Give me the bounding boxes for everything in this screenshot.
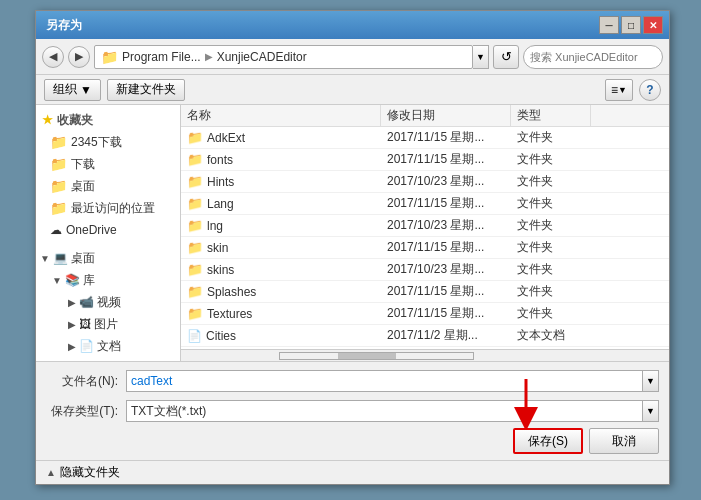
sidebar-desktop2-label: 桌面 xyxy=(71,250,95,267)
folder-icon: 📁 xyxy=(187,174,203,189)
star-icon: ★ xyxy=(42,113,53,127)
sidebar-item-downloads[interactable]: 📁 下载 xyxy=(44,153,180,175)
folder-icon: 📁 xyxy=(187,262,203,277)
view-button[interactable]: ≡ ▼ xyxy=(605,79,633,101)
sidebar: ★ 收藏夹 📁 2345下载 📁 下载 📁 桌面 📁 最近访问 xyxy=(36,105,181,361)
file-row[interactable]: 📁AdkExt 2017/11/15 星期... 文件夹 xyxy=(181,127,669,149)
folder-icon-recent: 📁 xyxy=(50,200,67,216)
sidebar-onedrive-label: OneDrive xyxy=(66,223,117,237)
navigation-toolbar: ◀ ▶ 📁 Program File... ▶ XunjieCADEditor … xyxy=(36,39,669,75)
content-area: ★ 收藏夹 📁 2345下载 📁 下载 📁 桌面 📁 最近访问 xyxy=(36,105,669,361)
sidebar-docs-label: 文档 xyxy=(97,338,121,355)
filename-row: 文件名(N): ▼ xyxy=(46,368,659,394)
view-icon: ≡ xyxy=(611,83,618,97)
close-button[interactable]: ✕ xyxy=(643,16,663,34)
header-date[interactable]: 修改日期 xyxy=(381,105,511,126)
filename-dropdown[interactable]: ▼ xyxy=(643,370,659,392)
maximize-button[interactable]: □ xyxy=(621,16,641,34)
title-controls: ─ □ ✕ xyxy=(599,16,663,34)
sidebar-library-label: 库 xyxy=(83,272,95,289)
organize-button[interactable]: 组织 ▼ xyxy=(44,79,101,101)
forward-button[interactable]: ▶ xyxy=(68,46,90,68)
minimize-button[interactable]: ─ xyxy=(599,16,619,34)
sidebar-item-video[interactable]: ▶ 📹 视频 xyxy=(64,291,180,313)
file-row[interactable]: 📁Hints 2017/10/23 星期... 文件夹 xyxy=(181,171,669,193)
file-row[interactable]: 📁Textures 2017/11/15 星期... 文件夹 xyxy=(181,303,669,325)
organize-label: 组织 xyxy=(53,81,77,98)
search-input[interactable] xyxy=(524,51,663,63)
docs-icon: 📄 xyxy=(79,339,94,353)
folder-icon: 📁 xyxy=(187,218,203,233)
splashes-label: Splashes xyxy=(207,285,256,299)
path-part-1: Program File... xyxy=(122,50,201,64)
secondary-toolbar: 组织 ▼ 新建文件夹 ≡ ▼ ? xyxy=(36,75,669,105)
file-row[interactable]: 📁lng 2017/10/23 星期... 文件夹 xyxy=(181,215,669,237)
view-arrow: ▼ xyxy=(618,85,627,95)
sidebar-item-desktop1[interactable]: 📁 桌面 xyxy=(44,175,180,197)
sidebar-item-2345[interactable]: 📁 2345下载 xyxy=(44,131,180,153)
path-bar[interactable]: 📁 Program File... ▶ XunjieCADEditor xyxy=(94,45,473,69)
header-type[interactable]: 类型 xyxy=(511,105,591,126)
folder-icon-2345: 📁 xyxy=(50,134,67,150)
organize-arrow: ▼ xyxy=(80,83,92,97)
doc-icon: 📄 xyxy=(187,329,202,343)
file-row[interactable]: 📁skins 2017/10/23 星期... 文件夹 xyxy=(181,259,669,281)
file-row[interactable]: 📁skin 2017/11/15 星期... 文件夹 xyxy=(181,237,669,259)
path-part-2: XunjieCADEditor xyxy=(217,50,307,64)
sidebar-library-subtree: ▶ 📹 视频 ▶ 🖼 图片 ▶ 📄 文档 xyxy=(48,291,180,357)
cloud-icon: ☁ xyxy=(50,223,62,237)
file-row[interactable]: 📁Lang 2017/11/15 星期... 文件夹 xyxy=(181,193,669,215)
folder-icon: 📁 xyxy=(101,49,118,65)
save-button[interactable]: 保存(S) xyxy=(513,428,583,454)
sidebar-video-label: 视频 xyxy=(97,294,121,311)
sidebar-item-recent[interactable]: 📁 最近访问的位置 xyxy=(44,197,180,219)
file-list: 名称 修改日期 类型 📁AdkExt 2017/11/15 星期... 文件夹 … xyxy=(181,105,669,349)
new-folder-button[interactable]: 新建文件夹 xyxy=(107,79,185,101)
file-row-splashes[interactable]: 📁Splashes 2017/11/15 星期... 文件夹 xyxy=(181,281,669,303)
filetype-input[interactable] xyxy=(126,400,643,422)
folder-icon: 📁 xyxy=(187,152,203,167)
sidebar-item-onedrive[interactable]: ☁ OneDrive xyxy=(44,219,180,241)
folder-icon: 📁 xyxy=(187,240,203,255)
filename-label: 文件名(N): xyxy=(46,373,126,390)
folder-icon-desktop1: 📁 xyxy=(50,178,67,194)
sidebar-recent-label: 最近访问的位置 xyxy=(71,200,155,217)
title-bar: 另存为 ─ □ ✕ xyxy=(36,11,669,39)
video-icon: 📹 xyxy=(79,295,94,309)
filename-input[interactable] xyxy=(126,370,643,392)
file-list-header: 名称 修改日期 类型 xyxy=(181,105,669,127)
horizontal-scrollbar[interactable] xyxy=(181,349,669,361)
bottom-area: 文件名(N): ▼ 保存类型(T): ▼ 保存(S) 取消 xyxy=(36,361,669,460)
help-button[interactable]: ? xyxy=(639,79,661,101)
sidebar-item-library[interactable]: ▼ 📚 库 xyxy=(48,269,180,291)
computer-icon: 💻 xyxy=(53,251,68,265)
refresh-button[interactable]: ↺ xyxy=(493,45,519,69)
sidebar-item-pictures[interactable]: ▶ 🖼 图片 xyxy=(64,313,180,335)
hide-folders-label: 隐藏文件夹 xyxy=(60,464,120,481)
folder-icon: 📁 xyxy=(187,306,203,321)
file-row-cities[interactable]: 📄Cities 2017/11/2 星期... 文本文档 xyxy=(181,325,669,347)
sidebar-item-docs[interactable]: ▶ 📄 文档 xyxy=(64,335,180,357)
sidebar-item-favorites[interactable]: ★ 收藏夹 xyxy=(36,109,180,131)
pictures-arrow: ▶ xyxy=(68,319,76,330)
collapse-arrow: ▼ xyxy=(40,253,50,264)
search-box[interactable]: 🔍 xyxy=(523,45,663,69)
path-dropdown[interactable]: ▼ xyxy=(473,45,489,69)
hide-folders-section[interactable]: ▲ 隐藏文件夹 xyxy=(36,460,669,484)
file-row[interactable]: 📁fonts 2017/11/15 星期... 文件夹 xyxy=(181,149,669,171)
folder-icon: 📁 xyxy=(187,130,203,145)
sidebar-favorites-group: 📁 2345下载 📁 下载 📁 桌面 📁 最近访问的位置 ☁ One xyxy=(36,131,180,241)
filetype-row: 保存类型(T): ▼ xyxy=(46,398,659,424)
header-name[interactable]: 名称 xyxy=(181,105,381,126)
dialog-title: 另存为 xyxy=(46,17,82,34)
filetype-label: 保存类型(T): xyxy=(46,403,126,420)
path-separator-1: ▶ xyxy=(205,51,213,62)
sidebar-desktop1-label: 桌面 xyxy=(71,178,95,195)
folder-icon-downloads: 📁 xyxy=(50,156,67,172)
filetype-dropdown[interactable]: ▼ xyxy=(643,400,659,422)
cancel-button[interactable]: 取消 xyxy=(589,428,659,454)
sidebar-item-desktop2[interactable]: ▼ 💻 桌面 xyxy=(36,247,180,269)
back-button[interactable]: ◀ xyxy=(42,46,64,68)
sidebar-desktop-subtree: ▼ 📚 库 ▶ 📹 视频 ▶ 🖼 图片 xyxy=(36,269,180,357)
save-dialog: 另存为 ─ □ ✕ ◀ ▶ 📁 Program File... ▶ Xunjie… xyxy=(35,10,670,485)
